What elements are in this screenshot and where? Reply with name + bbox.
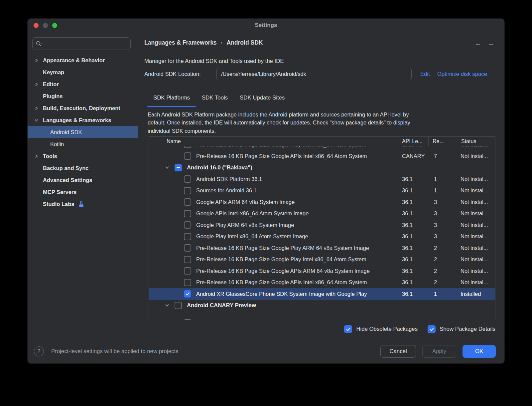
checkmark-icon	[185, 291, 190, 297]
status-cell: Not instal...	[457, 256, 495, 263]
row-checkbox[interactable]	[184, 210, 191, 217]
api-level-cell: 36.1	[398, 199, 429, 205]
sidebar-item-build-execution-deployment[interactable]: Build, Execution, Deployment	[28, 102, 138, 114]
sidebar-item-studio-labs[interactable]: Studio Labs	[28, 198, 138, 210]
table-header-api-level[interactable]: API Le...	[398, 137, 429, 146]
sidebar-item-label: Advanced Settings	[43, 177, 92, 183]
revision-cell: 2	[429, 245, 457, 251]
breadcrumb-separator-icon: ›	[221, 40, 223, 46]
name-cell: Pre-Release 16 KB Page Size Google APIs …	[149, 152, 398, 160]
option-checkbox[interactable]	[344, 325, 352, 333]
table-header-status[interactable]: Status	[457, 137, 495, 146]
sidebar-item-languages-frameworks[interactable]: Languages & Frameworks	[28, 114, 138, 126]
option-show-package-details[interactable]: Show Package Details	[428, 325, 495, 333]
breadcrumb-languages-frameworks[interactable]: Languages & Frameworks	[144, 39, 217, 46]
table-row-pre-release-16-kb-page-size-google-play-intel-x86-64-atom-system[interactable]: Pre-Release 16 KB Page Size Google Play …	[149, 146, 495, 150]
table-row-pre-release-16-kb-page-size-google-apis-intel-x86-64-atom-system[interactable]: Pre-Release 16 KB Page Size Google APIs …	[149, 277, 495, 289]
option-hide-obsolete-packages[interactable]: Hide Obsolete Packages	[344, 325, 418, 333]
indeterminate-mark	[177, 167, 180, 168]
row-checkbox[interactable]	[184, 233, 191, 240]
chevron-down-icon[interactable]	[165, 165, 169, 170]
sidebar-item-appearance-behavior[interactable]: Appearance & Behavior	[28, 54, 138, 66]
sdk-tabs: SDK Platforms SDK Tools SDK Update Sites	[147, 89, 495, 107]
sidebar-item-backup-and-sync[interactable]: Backup and Sync	[28, 162, 138, 174]
table-row-android-canary-preview[interactable]: Android CANARY Preview	[149, 300, 495, 311]
table-row-android-sdk-platform-36-1[interactable]: Android SDK Platform 36.1 36.1 1 Not ins…	[149, 173, 495, 185]
row-checkbox[interactable]	[184, 198, 191, 206]
row-checkbox[interactable]	[184, 152, 191, 160]
table-header-name[interactable]: Name	[163, 137, 398, 146]
zoom-window-icon[interactable]	[52, 23, 57, 28]
table-header-revision[interactable]: Re...	[429, 137, 457, 146]
package-name: Google APIs ARM 64 v8a System Image	[196, 199, 295, 205]
table-row-google-play-intel-x86-64-atom-system-image[interactable]: Google Play Intel x86_64 Atom System Ima…	[149, 231, 495, 243]
name-cell: Sources for Android 36.1	[149, 187, 398, 194]
row-checkbox[interactable]	[184, 319, 191, 320]
settings-nav-tree: Appearance & Behavior Keymap Editor Plug…	[28, 54, 138, 210]
status-cell: Not instal...	[457, 279, 495, 286]
apply-button[interactable]: Apply	[422, 345, 456, 358]
package-name: Sources for Android 36.1	[196, 187, 257, 194]
status-cell: Not instal...	[457, 268, 495, 274]
sdk-location-input[interactable]	[216, 68, 412, 80]
package-name: Pre-Release 16 KB Page Size Google Play …	[196, 146, 366, 148]
table-row-google-apis-intel-x86-64-atom-system-image[interactable]: Google APIs Intel x86_64 Atom System Ima…	[149, 208, 495, 220]
sidebar-item-plugins[interactable]: Plugins	[28, 90, 138, 102]
sidebar-item-kotlin[interactable]: Kotlin	[28, 138, 138, 150]
api-level-cell: 36.1	[398, 187, 429, 194]
row-checkbox[interactable]	[184, 267, 191, 275]
table-row-sources-for-android-36-1[interactable]: Sources for Android 36.1 36.1 1 Not inst…	[149, 185, 495, 197]
close-window-icon[interactable]	[34, 23, 39, 28]
sidebar-item-advanced-settings[interactable]: Advanced Settings	[28, 174, 138, 186]
row-checkbox[interactable]	[184, 175, 191, 183]
search-input[interactable]	[43, 41, 127, 47]
sidebar-item-keymap[interactable]: Keymap	[28, 66, 138, 78]
sidebar-item-label: Keymap	[43, 69, 64, 76]
help-icon[interactable]: ?	[34, 346, 44, 356]
row-checkbox[interactable]	[175, 302, 182, 309]
row-checkbox[interactable]	[175, 164, 182, 171]
package-name: Android CANARY Preview	[187, 302, 256, 309]
row-checkbox[interactable]	[184, 146, 191, 148]
sdk-location-links: Edit Optimize disk space	[420, 71, 487, 78]
back-arrow-icon[interactable]: ←	[474, 39, 481, 47]
tab-sdk-tools[interactable]: SDK Tools	[196, 89, 234, 107]
breadcrumb-android-sdk: Android SDK	[227, 39, 263, 46]
table-row-pre-release-16-kb-page-size-google-apis-arm-64-v8a-system-image[interactable]: Pre-Release 16 KB Page Size Google APIs …	[149, 265, 495, 277]
cancel-button[interactable]: Cancel	[380, 345, 416, 358]
row-checkbox[interactable]	[184, 279, 191, 286]
optimize-disk-space-link[interactable]: Optimize disk space	[437, 71, 487, 78]
package-name: Android 16.0 ("Baklava")	[187, 164, 252, 171]
table-row-pre-release-16-kb-page-size-google-play-arm-64-v8a-system-image[interactable]: Pre-Release 16 KB Page Size Google Play …	[149, 242, 495, 254]
table-row-pre-release-16-kb-page-size-google-apis-intel-x86-64-atom-system[interactable]: Pre-Release 16 KB Page Size Google APIs …	[149, 150, 495, 162]
table-header-empty	[149, 137, 163, 146]
package-name: Google APIs Intel x86_64 Atom System Ima…	[196, 210, 309, 217]
option-checkbox[interactable]	[428, 325, 436, 333]
row-checkbox[interactable]	[184, 221, 191, 229]
sidebar-item-mcp-servers[interactable]: MCP Servers	[28, 186, 138, 198]
table-row-google-play-arm-64-v8a-system-image[interactable]: Google Play ARM 64 v8a System Image 36.1…	[149, 219, 495, 231]
revision-cell: 2	[429, 268, 457, 274]
sidebar-item-editor[interactable]: Editor	[28, 78, 138, 90]
forward-arrow-icon[interactable]: →	[487, 39, 494, 47]
sidebar-item-android-sdk[interactable]: Android SDK	[28, 126, 138, 138]
sidebar-item-label: Appearance & Behavior	[43, 57, 105, 64]
settings-search-box[interactable]	[32, 37, 131, 50]
edit-link[interactable]: Edit	[420, 71, 430, 78]
sidebar-item-tools[interactable]: Tools	[28, 150, 138, 162]
table-row-row[interactable]	[149, 317, 495, 320]
table-row-android-16-0-baklava[interactable]: Android 16.0 ("Baklava")	[149, 162, 495, 174]
table-row-google-apis-arm-64-v8a-system-image[interactable]: Google APIs ARM 64 v8a System Image 36.1…	[149, 196, 495, 208]
tab-sdk-update-sites[interactable]: SDK Update Sites	[234, 89, 291, 107]
api-level-cell: 36.1	[398, 233, 429, 240]
row-checkbox[interactable]	[184, 256, 191, 263]
minimize-window-icon[interactable]	[43, 23, 48, 28]
table-row-pre-release-16-kb-page-size-google-play-intel-x86-64-atom-system[interactable]: Pre-Release 16 KB Page Size Google Play …	[149, 254, 495, 266]
table-row-android-xr-glassescore-phone-sdk-system-image-with-google-play[interactable]: Android XR GlassesCore Phone SDK System …	[149, 288, 495, 300]
chevron-down-icon[interactable]	[165, 303, 169, 307]
ok-button[interactable]: OK	[463, 345, 496, 358]
row-checkbox[interactable]	[184, 187, 191, 194]
row-checkbox[interactable]	[184, 290, 191, 298]
row-checkbox[interactable]	[184, 244, 191, 252]
tab-sdk-platforms[interactable]: SDK Platforms	[147, 89, 196, 107]
